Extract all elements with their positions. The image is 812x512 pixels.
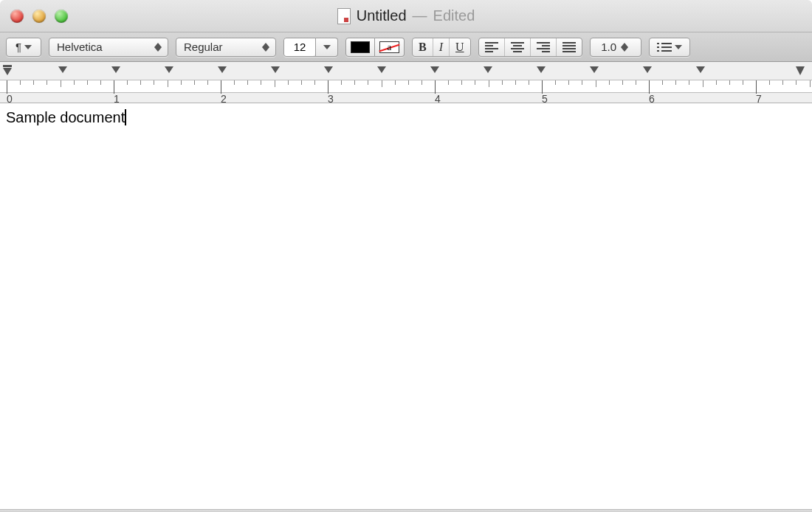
bold-button[interactable]: B	[413, 38, 433, 56]
svg-marker-5	[323, 45, 331, 49]
ruler-number: 7	[756, 93, 762, 103]
svg-rect-8	[485, 48, 498, 49]
pilcrow-icon: ¶	[16, 41, 21, 53]
paragraph-styles-button[interactable]: ¶	[6, 38, 41, 57]
align-right-button[interactable]	[530, 38, 556, 56]
tab-stop[interactable]	[589, 65, 599, 74]
tab-stop[interactable]	[217, 65, 227, 74]
svg-marker-37	[218, 66, 227, 73]
svg-rect-21	[562, 51, 576, 52]
highlight-sample-letter: a	[388, 41, 392, 53]
document-content[interactable]: Sample document	[6, 109, 126, 126]
font-size-input[interactable]	[284, 38, 315, 56]
font-family-select[interactable]: Helvetica	[49, 38, 168, 57]
ruler[interactable]: 01234567	[0, 62, 812, 103]
tab-stop[interactable]	[376, 65, 387, 74]
zoom-window-button[interactable]	[55, 10, 68, 23]
right-margin-marker[interactable]	[795, 65, 805, 77]
svg-rect-11	[513, 45, 522, 46]
alignment-group	[478, 38, 582, 57]
svg-marker-4	[262, 47, 269, 52]
svg-rect-12	[511, 48, 524, 49]
svg-rect-17	[542, 51, 550, 52]
chevron-down-icon	[323, 44, 331, 50]
document-text: Sample document	[6, 109, 125, 125]
svg-marker-45	[643, 66, 652, 73]
title-separator: —	[413, 7, 427, 24]
svg-marker-38	[271, 66, 280, 73]
svg-rect-6	[485, 42, 498, 44]
align-center-icon	[511, 42, 524, 52]
svg-rect-26	[657, 46, 659, 48]
tab-stop[interactable]	[483, 65, 493, 74]
svg-marker-41	[430, 66, 439, 73]
align-justify-icon	[562, 42, 576, 52]
document-area[interactable]: Sample document	[0, 103, 812, 509]
tab-stop[interactable]	[695, 65, 706, 74]
tab-stop[interactable]	[323, 65, 334, 74]
stepper-icon	[621, 43, 628, 52]
svg-rect-27	[661, 46, 672, 48]
svg-rect-25	[661, 43, 672, 44]
text-caret	[125, 109, 126, 125]
svg-marker-36	[165, 66, 173, 73]
tab-stop[interactable]	[270, 65, 281, 74]
tab-stop[interactable]	[536, 65, 546, 74]
svg-rect-24	[657, 43, 659, 44]
list-icon	[657, 42, 672, 52]
text-color-button[interactable]	[345, 38, 375, 57]
titlebar: Untitled — Edited	[0, 0, 812, 32]
stepper-icon	[154, 43, 162, 52]
tab-stop[interactable]	[642, 65, 653, 74]
text-style-group: B I U	[412, 38, 471, 57]
svg-marker-39	[324, 66, 333, 73]
tab-stop[interactable]	[164, 65, 174, 74]
italic-button[interactable]: I	[433, 38, 449, 56]
chevron-down-icon	[675, 44, 682, 50]
svg-marker-43	[537, 66, 546, 73]
window-footer	[0, 509, 812, 512]
svg-rect-14	[537, 42, 550, 44]
svg-rect-10	[511, 42, 524, 44]
tab-stop[interactable]	[111, 65, 121, 74]
highlight-color-button[interactable]: a	[375, 38, 405, 57]
ruler-number: 0	[7, 93, 13, 103]
svg-marker-30	[675, 45, 682, 49]
list-style-button[interactable]	[649, 38, 690, 57]
underline-button[interactable]: U	[449, 38, 470, 56]
close-window-button[interactable]	[10, 10, 24, 23]
document-name[interactable]: Untitled	[357, 7, 407, 24]
align-justify-button[interactable]	[556, 38, 582, 56]
align-left-icon	[485, 42, 498, 52]
line-spacing-select[interactable]: 1.0	[590, 38, 641, 57]
svg-marker-44	[590, 66, 599, 73]
left-margin-marker[interactable]	[2, 65, 13, 77]
align-right-icon	[537, 42, 550, 52]
svg-marker-35	[111, 66, 120, 73]
svg-rect-18	[562, 42, 576, 44]
minimize-window-button[interactable]	[32, 10, 46, 23]
svg-marker-46	[696, 66, 705, 73]
italic-icon: I	[439, 41, 443, 54]
svg-rect-16	[537, 48, 550, 49]
ruler-number: 5	[542, 93, 548, 103]
underline-icon: U	[455, 41, 464, 54]
svg-rect-29	[661, 50, 672, 52]
tab-stop[interactable]	[58, 65, 68, 74]
ruler-ticks	[0, 80, 812, 93]
svg-marker-40	[377, 66, 386, 73]
font-size-field[interactable]	[283, 38, 316, 57]
stepper-icon	[262, 43, 269, 52]
svg-rect-31	[3, 65, 12, 67]
font-weight-select[interactable]: Regular	[176, 38, 276, 57]
align-left-button[interactable]	[479, 38, 504, 56]
ruler-tab-row	[0, 65, 812, 77]
align-center-button[interactable]	[504, 38, 530, 56]
svg-rect-19	[562, 45, 576, 46]
ruler-number: 4	[435, 93, 441, 103]
font-weight-label: Regular	[181, 41, 227, 53]
tab-stop[interactable]	[430, 65, 440, 74]
font-size-dropdown[interactable]	[316, 38, 338, 57]
svg-rect-15	[542, 45, 550, 46]
svg-rect-28	[657, 50, 659, 52]
